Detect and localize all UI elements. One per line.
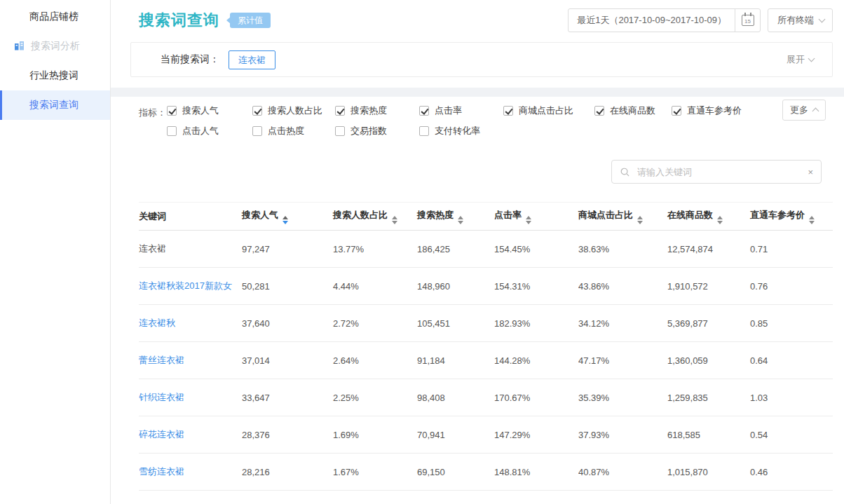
expand-toggle[interactable]: 展开: [787, 53, 814, 66]
clear-search-icon[interactable]: ×: [808, 168, 813, 177]
more-metrics-button[interactable]: 更多: [782, 100, 826, 121]
table-row: 针织连衣裙 33,647 2.25% 98,408 170.67% 35.39%…: [139, 379, 833, 416]
cell-value: 144.28%: [494, 355, 530, 366]
checkbox-icon[interactable]: [167, 106, 177, 116]
col-header-search-heat[interactable]: 搜索热度: [417, 203, 494, 231]
cell-value: 1,360,059: [667, 355, 708, 366]
header-controls: 最近1天（2017-10-09~2017-10-09） 15 所有终端: [568, 8, 833, 32]
cell-value: 0.46: [750, 467, 768, 477]
cell-value: 0.54: [750, 430, 768, 440]
table-header-row: 关键词 搜索人气 搜索人数占比 搜索热度: [139, 203, 833, 231]
checkbox-icon[interactable]: [335, 126, 345, 136]
metric-online-products[interactable]: 在线商品数: [594, 104, 672, 117]
cumulative-value-badge: 累计值: [230, 13, 271, 28]
keyword-link[interactable]: 雪纺连衣裙: [139, 466, 184, 477]
col-header-click-rate[interactable]: 点击率: [494, 203, 578, 231]
checkbox-icon[interactable]: [167, 126, 177, 136]
cell-value: 154.31%: [494, 281, 530, 292]
metric-label: 搜索人气: [182, 104, 219, 117]
cell-value: 2.64%: [333, 355, 359, 366]
search-row: ×: [130, 160, 833, 184]
sort-icon[interactable]: [458, 216, 463, 224]
metric-click-rate[interactable]: 点击率: [419, 104, 503, 117]
cell-value: 28,216: [242, 467, 270, 477]
keyword-link[interactable]: 碎花连衣裙: [139, 429, 184, 440]
cell-value: 1,015,870: [667, 467, 708, 477]
metric-label: 支付转化率: [435, 125, 480, 137]
metric-search-user-ratio[interactable]: 搜索人数占比: [252, 104, 335, 117]
metric-click-popularity[interactable]: 点击人气: [167, 125, 252, 137]
cell-value: 70,941: [417, 430, 445, 440]
metric-search-heat[interactable]: 搜索热度: [335, 104, 419, 117]
section-divider: [111, 88, 844, 97]
keyword-search-input[interactable]: [636, 166, 802, 178]
cell-value: 2.25%: [333, 393, 359, 403]
metric-payment-conversion[interactable]: 支付转化率: [419, 125, 480, 137]
cell-value: 50,281: [242, 281, 270, 292]
checkbox-icon[interactable]: [672, 106, 681, 116]
cell-value: 97,247: [242, 244, 270, 254]
metric-search-popularity[interactable]: 搜索人气: [167, 104, 252, 117]
current-term-tag[interactable]: 连衣裙: [229, 50, 275, 69]
search-icon: [620, 167, 630, 177]
sort-icon[interactable]: [392, 216, 397, 224]
date-range-picker[interactable]: 最近1天（2017-10-09~2017-10-09） 15: [568, 8, 761, 32]
expand-label: 展开: [787, 53, 805, 66]
sort-icon[interactable]: [809, 216, 815, 224]
col-header-ztc-reference-price[interactable]: 直通车参考价: [750, 203, 833, 231]
col-header-search-popularity[interactable]: 搜索人气: [242, 203, 333, 231]
cell-value: 4.44%: [333, 281, 359, 292]
keyword-link[interactable]: 针织连衣裙: [139, 392, 184, 402]
metric-ztc-reference-price[interactable]: 直通车参考价: [672, 104, 742, 117]
sort-icon[interactable]: [717, 216, 723, 224]
checkbox-icon[interactable]: [252, 126, 262, 136]
cell-value: 1.03: [750, 393, 768, 403]
checkbox-icon[interactable]: [503, 106, 513, 116]
sort-icon[interactable]: [526, 216, 531, 224]
current-term-label: 当前搜索词：: [161, 53, 219, 66]
sort-icon[interactable]: [637, 216, 643, 224]
keyword-results-table: 关键词 搜索人气 搜索人数占比 搜索热度: [139, 202, 833, 491]
checkbox-icon[interactable]: [335, 106, 345, 116]
cell-value: 37.93%: [578, 430, 609, 440]
cell-value: 0.71: [750, 244, 768, 254]
sidebar-item-industry-hot-words[interactable]: 行业热搜词: [0, 61, 110, 90]
keyword-link[interactable]: 蕾丝连衣裙: [139, 355, 184, 365]
table-row: 碎花连衣裙 28,376 1.69% 70,941 147.29% 37.93%…: [139, 416, 833, 454]
terminal-filter-dropdown[interactable]: 所有终端: [768, 8, 833, 32]
data-card: 指标： 搜索人气 搜索人数占比 搜索热度: [111, 97, 844, 504]
chevron-up-icon: [812, 108, 819, 115]
checkbox-icon[interactable]: [594, 106, 604, 116]
sidebar-item-search-word-analysis[interactable]: 搜索词分析: [0, 32, 110, 61]
checkbox-icon[interactable]: [419, 106, 429, 116]
building-chart-icon: [14, 41, 25, 53]
calendar-button[interactable]: 15: [735, 9, 760, 32]
sidebar-item-product-shop-ranking[interactable]: 商品店铺榜: [0, 2, 110, 32]
cell-value: 34.12%: [578, 318, 609, 329]
col-header-keyword: 关键词: [139, 203, 242, 231]
col-header-online-products[interactable]: 在线商品数: [667, 203, 750, 231]
cell-value: 33,647: [242, 393, 270, 403]
chevron-down-icon: [808, 55, 815, 62]
cell-value: 0.76: [750, 281, 768, 292]
keyword-search-box[interactable]: ×: [611, 160, 822, 184]
checkbox-icon[interactable]: [419, 126, 429, 136]
metric-mall-click-ratio[interactable]: 商城点击占比: [503, 104, 594, 117]
col-header-search-user-ratio[interactable]: 搜索人数占比: [333, 203, 417, 231]
cell-value: 148.81%: [494, 467, 530, 477]
cell-value: 186,425: [417, 244, 450, 254]
sort-icon[interactable]: [283, 216, 288, 224]
cell-value: 1.67%: [333, 467, 359, 477]
checkbox-icon[interactable]: [252, 106, 262, 116]
metric-click-heat[interactable]: 点击热度: [252, 125, 335, 137]
cell-value: 28,376: [242, 430, 270, 440]
col-header-mall-click-ratio[interactable]: 商城点击占比: [578, 203, 667, 231]
sidebar-item-search-word-query[interactable]: 搜索词查询: [0, 90, 110, 120]
title-group: 搜索词查询 累计值: [139, 10, 271, 31]
sidebar-item-label: 搜索词查询: [29, 99, 79, 111]
keyword-link[interactable]: 连衣裙秋: [139, 318, 175, 328]
cell-value: 98,408: [417, 393, 445, 403]
cell-value: 154.45%: [494, 244, 530, 254]
keyword-link[interactable]: 连衣裙秋装2017新款女: [139, 280, 232, 291]
metric-transaction-index[interactable]: 交易指数: [335, 125, 419, 137]
